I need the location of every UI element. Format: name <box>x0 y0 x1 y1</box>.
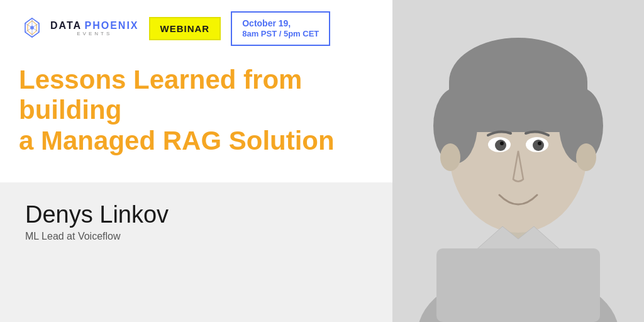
svg-point-82 <box>576 143 596 171</box>
dp-text-block: DATA PHOENIX EVENTS <box>50 20 139 36</box>
svg-point-77 <box>495 140 506 151</box>
svg-point-80 <box>538 142 541 145</box>
speaker-photo-svg <box>392 0 644 322</box>
dp-data-label: DATA PHOENIX <box>50 20 139 31</box>
data-phoenix-logo: DATA PHOENIX EVENTS <box>19 16 139 42</box>
dp-events-label: EVENTS <box>50 31 139 37</box>
svg-rect-74 <box>449 82 587 132</box>
svg-point-81 <box>440 143 460 171</box>
svg-point-78 <box>533 140 544 151</box>
main-title-area: Lessons Learned from building a Managed … <box>0 52 428 156</box>
svg-rect-83 <box>436 248 600 322</box>
banner: x/a ∅ a² ∫dx x²+a² <box>0 0 644 322</box>
speaker-photo-area <box>392 0 644 322</box>
svg-point-65 <box>30 26 34 30</box>
date-box: October 19, 8am PST / 5pm CET <box>231 11 330 46</box>
title-heading: Lessons Learned from building a Managed … <box>19 65 409 156</box>
svg-point-79 <box>500 142 504 145</box>
webinar-badge: WEBINAR <box>149 17 221 40</box>
